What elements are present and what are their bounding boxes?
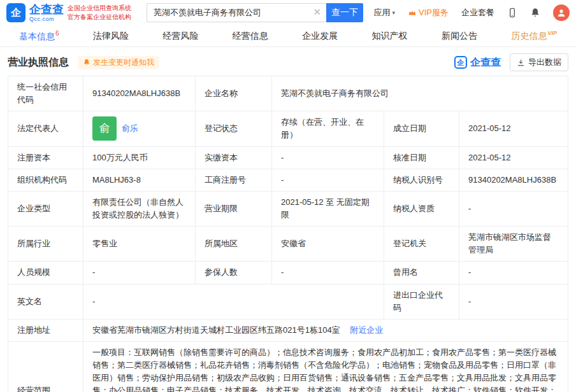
export-data-label: 导出数据 [528, 57, 561, 68]
export-data-button[interactable]: 导出数据 [510, 53, 568, 71]
value-industry: 零售业 [83, 227, 196, 262]
row-industry: 所属行业 零售业 所属地区 安徽省 登记机关 芜湖市镜湖区市场监督管理局 [8, 227, 568, 262]
change-notify-button[interactable]: 发生变更时通知我 [78, 56, 159, 69]
label-industry: 所属行业 [8, 227, 83, 262]
row-staff: 人员规模 - 参保人数 - 曾用名 - [8, 262, 568, 284]
section-title: 营业执照信息 [8, 56, 69, 69]
tab-news-announcements[interactable]: 新闻公告 [442, 31, 477, 42]
label-reg-authority: 登记机关 [384, 227, 459, 262]
notification-bell-icon[interactable] [530, 8, 540, 18]
slogan-line-1: 全国企业信用查询系统 [68, 4, 131, 13]
label-reg-status: 登记状态 [196, 111, 272, 146]
tab-basic-info[interactable]: 基本信息6 [19, 30, 59, 43]
legal-rep-link[interactable]: 俞乐 [122, 122, 138, 135]
label-address: 注册地址 [8, 319, 83, 341]
row-org-code: 组织机构代码 MA8LHJ63-8 工商注册号 - 纳税人识别号 9134020… [8, 169, 568, 191]
value-reg-status: 存续（在营、开业、在册） [272, 111, 384, 146]
section-header: 营业执照信息 发生变更时通知我 企 企查查 导出数据 [0, 47, 576, 76]
address-text: 安徽省芜湖市镜湖区方村街道天城村工业园区纬五路021号1栋104室 [92, 325, 340, 335]
row-credit-code: 统一社会信用代码 91340202MA8LHJ638B 企业名称 芜湖不羡就电子… [8, 76, 568, 111]
menu-apps[interactable]: 应用 ▾ [374, 7, 396, 18]
row-capital: 注册资本 100万元人民币 实缴资本 - 核准日期 2021-05-12 [8, 146, 568, 169]
row-business-scope: 经营范围 一般项目：互联网销售（除销售需要许可的商品）；信息技术咨询服务；食用农… [8, 341, 568, 392]
label-paid-capital: 实缴资本 [196, 146, 272, 169]
label-taxpayer-id: 纳税人识别号 [384, 169, 459, 191]
value-former-name: - [459, 262, 568, 284]
label-english-name: 英文名 [8, 284, 83, 319]
value-address: 安徽省芜湖市镜湖区方村街道天城村工业园区纬五路021号1栋104室 附近企业 [83, 319, 568, 341]
search-input[interactable] [147, 3, 326, 22]
nearby-companies-link[interactable]: 附近企业 [350, 325, 383, 335]
history-vip-tag: VIP [547, 30, 557, 36]
menu-apps-label: 应用 [374, 7, 391, 18]
label-credit-code: 统一社会信用代码 [8, 76, 83, 111]
menu-package-label: 企业套餐 [461, 7, 494, 18]
basic-info-count-badge: 6 [55, 30, 59, 37]
label-org-code: 组织机构代码 [8, 169, 83, 191]
value-company-type: 有限责任公司（非自然人投资或控股的法人独资） [83, 191, 196, 226]
brand-domain: Qcc.com [29, 17, 64, 22]
value-region: 安徽省 [272, 227, 384, 262]
slogan-line-2: 官方备案企业征信机构 [68, 13, 131, 22]
search-button[interactable]: 查一下 [326, 3, 363, 22]
brand-name: 企查查 [29, 4, 64, 15]
menu-enterprise-package[interactable]: 企业套餐 [461, 7, 494, 18]
change-notify-label: 发生变更时通知我 [93, 57, 154, 68]
company-tabs-nav: 基本信息6 法律风险 经营风险 经营信息 企业发展 知识产权 新闻公告 历史信息… [0, 25, 576, 47]
tab-intellectual-property[interactable]: 知识产权 [372, 31, 408, 42]
value-insured-count: - [272, 262, 384, 284]
value-biz-reg-no: - [272, 169, 384, 191]
label-import-export-code: 进出口企业代码 [384, 284, 459, 319]
user-avatar[interactable] [553, 4, 570, 21]
label-biz-reg-no: 工商注册号 [196, 169, 272, 191]
value-biz-term: 2021-05-12 至 无固定期限 [272, 191, 384, 226]
value-reg-capital: 100万元人民币 [83, 146, 196, 169]
label-company-name: 企业名称 [196, 76, 272, 111]
qcc-watermark-icon: 企 [454, 56, 467, 69]
label-reg-capital: 注册资本 [8, 146, 83, 169]
qcc-logo-text: 企查查 Qcc.com [29, 4, 64, 22]
qcc-logo[interactable]: 企 企查查 Qcc.com [6, 3, 64, 22]
tab-legal-risk[interactable]: 法律风险 [93, 31, 129, 42]
tab-operation-info[interactable]: 经营信息 [233, 31, 268, 42]
clear-search-icon[interactable]: ✕ [313, 7, 321, 17]
label-region: 所属地区 [196, 227, 272, 262]
legal-rep-avatar[interactable]: 俞 [92, 116, 117, 141]
tab-company-development[interactable]: 企业发展 [302, 31, 338, 42]
label-former-name: 曾用名 [384, 262, 459, 284]
search-box: ✕ [147, 3, 326, 22]
top-menu: 应用 ▾ VIP服务 企业套餐 [374, 4, 570, 21]
qcc-logo-icon: 企 [6, 3, 25, 22]
qcc-watermark-text: 企查查 [470, 56, 501, 69]
section-tools: 企 企查查 导出数据 [454, 53, 568, 71]
value-company-name: 芜湖不羡就电子商务有限公司 [272, 76, 568, 111]
vip-crown-icon [408, 8, 417, 17]
value-legal-rep: 俞 俞乐 [83, 111, 196, 146]
value-reg-authority: 芜湖市镜湖区市场监督管理局 [459, 227, 568, 262]
value-paid-capital: - [272, 146, 384, 169]
value-english-name: - [83, 284, 384, 319]
label-taxpayer-quality: 纳税人资质 [384, 191, 459, 226]
value-taxpayer-id: 91340202MA8LHJ638B [459, 169, 568, 191]
bell-icon [83, 59, 90, 66]
row-english-name: 英文名 - 进出口企业代码 - [8, 284, 568, 319]
value-org-code: MA8LHJ63-8 [83, 169, 196, 191]
top-bar: 企 企查查 Qcc.com 全国企业信用查询系统 官方备案企业征信机构 ✕ 查一… [0, 0, 576, 25]
label-staff-size: 人员规模 [8, 262, 83, 284]
value-taxpayer-quality: - [459, 191, 568, 226]
row-legal-rep: 法定代表人 俞 俞乐 登记状态 存续（在营、开业、在册） 成立日期 2021-0… [8, 111, 568, 146]
tab-history-info[interactable]: 历史信息VIP [511, 30, 557, 42]
value-establish-date: 2021-05-12 [459, 111, 568, 146]
value-business-scope: 一般项目：互联网销售（除销售需要许可的商品）；信息技术咨询服务；食用农产品初加工… [83, 341, 568, 392]
tab-operation-risk[interactable]: 经营风险 [162, 31, 198, 42]
menu-vip-service[interactable]: VIP服务 [408, 7, 449, 18]
row-company-type: 企业类型 有限责任公司（非自然人投资或控股的法人独资） 营业期限 2021-05… [8, 191, 568, 226]
label-legal-rep: 法定代表人 [8, 111, 83, 146]
value-approval-date: 2021-05-12 [459, 146, 568, 169]
value-credit-code: 91340202MA8LHJ638B [83, 76, 196, 111]
chevron-down-icon: ▾ [392, 10, 396, 16]
label-approval-date: 核准日期 [384, 146, 459, 169]
mobile-app-icon[interactable] [507, 8, 517, 18]
qcc-watermark: 企 企查查 [454, 56, 501, 69]
label-business-scope: 经营范围 [8, 341, 83, 392]
